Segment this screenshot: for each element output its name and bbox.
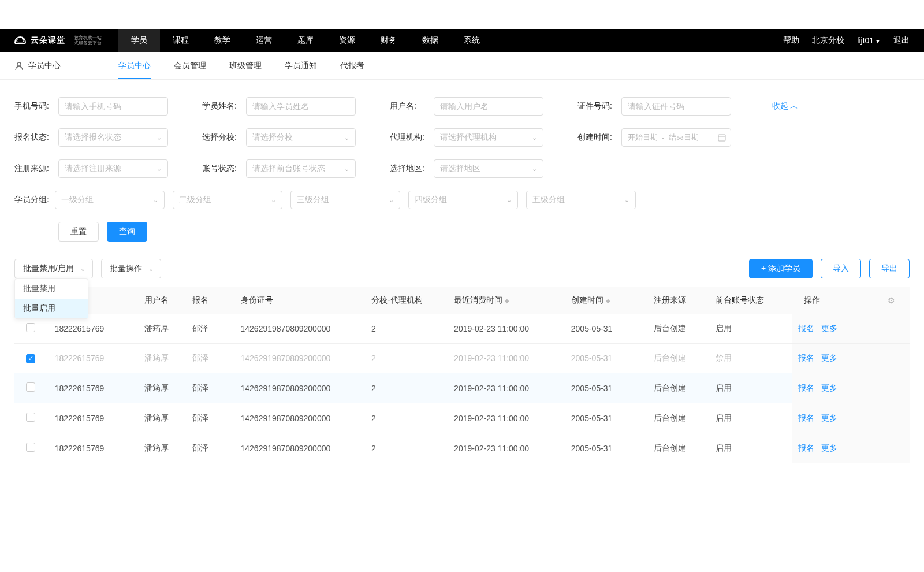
help-link[interactable]: 帮助 xyxy=(783,35,799,46)
cell-phone: 18222615769 xyxy=(49,373,139,403)
more-link[interactable]: 更多 xyxy=(821,353,837,362)
register-link[interactable]: 报名 xyxy=(798,383,814,392)
cell-branch: 2 xyxy=(366,344,448,373)
top-nav: 云朵课堂 教育机构一站 式服务云平台 学员课程教学运营题库资源财务数据系统 帮助… xyxy=(0,29,924,52)
cell-consume: 2019-02-23 11:00:00 xyxy=(448,433,565,463)
chevron-down-icon: ⌄ xyxy=(532,165,537,173)
subnav-tab-0[interactable]: 学员中心 xyxy=(118,52,151,79)
col-source[interactable]: 注册来源 xyxy=(648,287,710,314)
batch-ops-dropdown[interactable]: 批量操作⌄ xyxy=(101,259,161,278)
register-link[interactable]: 报名 xyxy=(798,353,814,362)
group-select-5[interactable]: 五级分组⌄ xyxy=(526,191,636,209)
subnav-tab-3[interactable]: 学员通知 xyxy=(285,52,317,79)
cell-source: 后台创建 xyxy=(648,373,710,403)
reset-button[interactable]: 重置 xyxy=(58,222,99,242)
row-checkbox[interactable] xyxy=(26,443,35,452)
cell-user: 潘筠厚 xyxy=(139,373,187,403)
group-select-2[interactable]: 二级分组⌄ xyxy=(173,191,282,209)
cell-reg: 邵泽 xyxy=(187,373,234,403)
more-link[interactable]: 更多 xyxy=(821,383,837,392)
table-row: 18222615769潘筠厚邵泽142629198708092000002201… xyxy=(14,403,910,433)
register-link[interactable]: 报名 xyxy=(798,324,814,333)
cell-user: 潘筠厚 xyxy=(139,314,187,344)
logo[interactable]: 云朵课堂 教育机构一站 式服务云平台 xyxy=(14,35,118,46)
subnav-tab-2[interactable]: 班级管理 xyxy=(229,52,262,79)
col-status[interactable]: 前台账号状态 xyxy=(710,287,792,314)
col-create[interactable]: 创建时间◆ xyxy=(565,287,648,314)
collapse-toggle[interactable]: 收起 ︿ xyxy=(772,101,798,112)
col-user[interactable]: 用户名 xyxy=(139,287,187,314)
calendar-icon xyxy=(718,133,726,142)
logout-link[interactable]: 退出 xyxy=(893,35,910,46)
cell-source: 后台创建 xyxy=(648,403,710,433)
dropdown-item-1[interactable]: 批量启用 xyxy=(15,299,88,318)
cell-status: 启用 xyxy=(710,433,792,463)
row-checkbox[interactable]: ✓ xyxy=(26,354,35,363)
accstatus-select[interactable]: 请选择前台账号状态⌄ xyxy=(246,159,356,178)
chevron-up-icon: ︿ xyxy=(790,101,798,112)
name-input[interactable] xyxy=(246,97,356,116)
row-checkbox[interactable] xyxy=(26,413,35,422)
import-button[interactable]: 导入 xyxy=(821,259,861,278)
group-select-4[interactable]: 四级分组⌄ xyxy=(408,191,518,209)
col-reg[interactable]: 报名 xyxy=(187,287,234,314)
subnav-tabs: 学员中心会员管理班级管理学员通知代报考 xyxy=(118,52,364,79)
group-select-1[interactable]: 一级分组⌄ xyxy=(55,191,165,209)
col-branch[interactable]: 分校-代理机构 xyxy=(366,287,448,314)
regsource-select[interactable]: 请选择注册来源⌄ xyxy=(58,159,168,178)
row-checkbox[interactable] xyxy=(26,382,35,392)
agency-select[interactable]: 请选择代理机构⌄ xyxy=(434,128,543,147)
topnav-item-7[interactable]: 数据 xyxy=(409,29,451,52)
dropdown-item-0[interactable]: 批量禁用 xyxy=(15,279,88,299)
topnav-item-2[interactable]: 教学 xyxy=(202,29,243,52)
chevron-down-icon: ⌄ xyxy=(271,196,276,204)
more-link[interactable]: 更多 xyxy=(821,443,837,452)
phone-input[interactable] xyxy=(58,97,168,116)
topnav-item-0[interactable]: 学员 xyxy=(118,29,160,52)
user-menu[interactable]: lijt01▼ xyxy=(857,36,881,45)
regstatus-select[interactable]: 请选择报名状态⌄ xyxy=(58,128,168,147)
more-link[interactable]: 更多 xyxy=(821,413,837,422)
topnav-item-1[interactable]: 课程 xyxy=(160,29,202,52)
idno-input[interactable] xyxy=(621,97,731,116)
col-id[interactable]: 身份证号 xyxy=(235,287,366,314)
chevron-down-icon: ⌄ xyxy=(344,134,349,142)
register-link[interactable]: 报名 xyxy=(798,443,814,452)
topnav-item-5[interactable]: 资源 xyxy=(326,29,368,52)
createtime-label: 创建时间: xyxy=(578,132,618,143)
topnav-item-4[interactable]: 题库 xyxy=(285,29,326,52)
regstatus-label: 报名状态: xyxy=(14,132,55,143)
cell-branch: 2 xyxy=(366,403,448,433)
cell-create: 2005-05-31 xyxy=(565,433,648,463)
topnav-item-8[interactable]: 系统 xyxy=(451,29,493,52)
register-link[interactable]: 报名 xyxy=(798,413,814,422)
cell-id: 14262919870809200000 xyxy=(235,344,366,373)
chevron-down-icon: ⌄ xyxy=(80,265,85,273)
chevron-down-icon: ⌄ xyxy=(506,196,512,204)
export-button[interactable]: 导出 xyxy=(869,259,910,278)
cell-branch: 2 xyxy=(366,433,448,463)
date-range-picker[interactable]: 开始日期 - 结束日期 xyxy=(621,128,731,147)
branch-select[interactable]: 请选择分校⌄ xyxy=(246,128,356,147)
region-label: 选择地区: xyxy=(390,164,430,174)
cell-id: 14262919870809200000 xyxy=(235,403,366,433)
batch-toggle-dropdown[interactable]: 批量禁用/启用⌄ xyxy=(14,259,93,278)
cell-user: 潘筠厚 xyxy=(139,344,187,373)
search-button[interactable]: 查询 xyxy=(107,222,147,242)
topnav-item-3[interactable]: 运营 xyxy=(243,29,285,52)
group-select-3[interactable]: 三级分组⌄ xyxy=(290,191,400,209)
table-row: 18222615769潘筠厚邵泽142629198708092000002201… xyxy=(14,433,910,463)
idno-label: 证件号码: xyxy=(578,101,618,112)
subnav-tab-1[interactable]: 会员管理 xyxy=(174,52,206,79)
cell-user: 潘筠厚 xyxy=(139,433,187,463)
subnav-tab-4[interactable]: 代报考 xyxy=(340,52,364,79)
gear-icon[interactable]: ⚙ xyxy=(888,296,895,305)
username-input[interactable] xyxy=(434,97,543,116)
more-link[interactable]: 更多 xyxy=(821,324,837,333)
branch-link[interactable]: 北京分校 xyxy=(812,35,844,46)
row-checkbox[interactable] xyxy=(26,323,35,332)
add-student-button[interactable]: + 添加学员 xyxy=(749,259,813,278)
region-select[interactable]: 请选择地区⌄ xyxy=(434,159,543,178)
topnav-item-6[interactable]: 财务 xyxy=(368,29,409,52)
col-consume[interactable]: 最近消费时间◆ xyxy=(448,287,565,314)
